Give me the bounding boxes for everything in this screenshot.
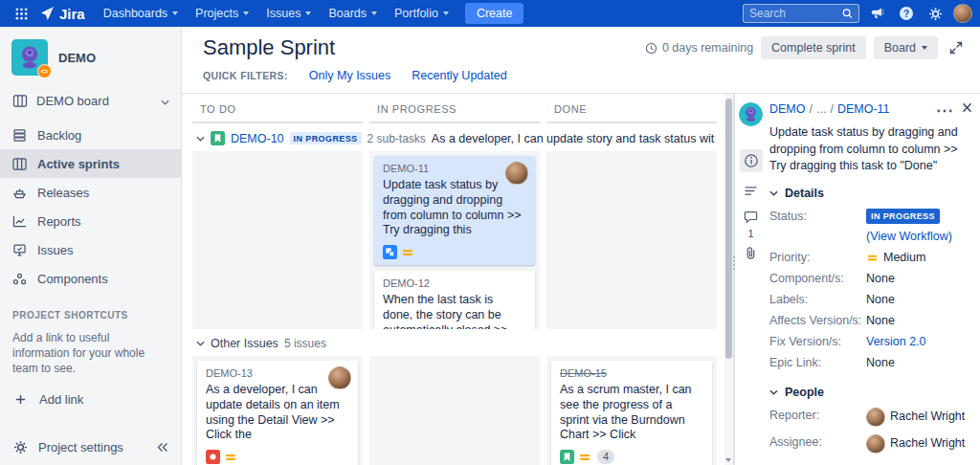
search-input[interactable]	[749, 7, 842, 20]
field-value: None	[866, 271, 895, 287]
fix-version-link[interactable]: Version 2.0	[866, 334, 926, 350]
priority-medium-icon	[401, 246, 414, 259]
assignee-avatar[interactable]	[328, 366, 351, 389]
subtask-count: 2 sub-tasks	[368, 132, 426, 145]
paperclip-icon	[744, 246, 758, 260]
card-demo-15[interactable]: DEMO-15 As a scrum master, I can see the…	[551, 361, 712, 465]
column-headers: TO DO IN PROGRESS DONE	[187, 94, 723, 123]
project-settings-link[interactable]: Project settings	[38, 440, 123, 454]
create-button[interactable]: Create	[465, 3, 524, 24]
more-actions-icon[interactable]	[937, 102, 952, 116]
nav-dashboards[interactable]: Dashboards	[95, 0, 187, 27]
breadcrumb-ellipsis[interactable]: ...	[816, 102, 826, 116]
sidebar-menu: Backlog Active sprints Releases Reports …	[0, 121, 181, 293]
close-icon[interactable]	[962, 102, 972, 116]
filter-recently-updated[interactable]: Recently Updated	[412, 69, 506, 82]
subtask-icon	[383, 245, 397, 259]
days-remaining: 0 days remaining	[645, 41, 753, 55]
project-avatar	[739, 102, 763, 126]
column-todo	[192, 151, 363, 329]
card-demo-13[interactable]: DEMO-13 As a developer, I can update det…	[197, 361, 358, 465]
comments-tab-icon[interactable]	[744, 210, 758, 224]
project-header[interactable]: <> DEMO	[0, 27, 181, 85]
scrollbar-thumb[interactable]	[725, 99, 732, 359]
jira-logo[interactable]: Jira	[35, 6, 95, 22]
chevron-down-icon	[922, 46, 927, 50]
card-demo-11[interactable]: DEMO-11 Update task status by dragging a…	[374, 156, 535, 265]
people-section: People Reporter:Rachel Wright Assignee:R…	[769, 386, 972, 454]
project-name: DEMO	[58, 51, 96, 65]
user-avatar[interactable]	[953, 4, 972, 23]
breadcrumb-separator: /	[810, 102, 813, 116]
view-workflow-link[interactable]: (View Workflow)	[866, 229, 952, 245]
assignee-name[interactable]: Rachel Wright	[890, 435, 965, 452]
collapse-sidebar-icon[interactable]	[157, 442, 168, 453]
add-link-label: Add link	[39, 392, 83, 407]
project-avatar: <>	[11, 39, 48, 76]
bug-icon	[206, 450, 220, 464]
backlog-icon	[11, 129, 28, 142]
board-menu-button[interactable]: Board	[874, 36, 938, 59]
scroll-down-arrow[interactable]	[725, 458, 731, 462]
reporter-name[interactable]: Rachel Wright	[890, 409, 965, 425]
quick-filters-label: QUICK FILTERS:	[203, 70, 288, 81]
nav-issues[interactable]: Issues	[257, 0, 320, 27]
search-icon[interactable]	[842, 8, 853, 19]
sidebar-item-issues[interactable]: Issues	[0, 235, 181, 264]
chevron-down-icon[interactable]	[196, 136, 205, 142]
card-key[interactable]: DEMO-12	[383, 277, 526, 289]
panel-resize-handle[interactable]	[733, 256, 735, 270]
column-header-in-progress: IN PROGRESS	[369, 94, 540, 123]
sidebar-item-releases[interactable]: Releases	[0, 178, 181, 207]
card-summary: Update task status by dragging and dropp…	[383, 178, 526, 238]
swimlane-demo-10[interactable]: DEMO-10 IN PROGRESS 2 sub-tasks As a dev…	[187, 123, 723, 151]
issue-key-link[interactable]: DEMO-10	[231, 132, 284, 145]
gear-icon[interactable]	[924, 7, 947, 21]
column-header-todo: TO DO	[192, 94, 363, 123]
sprint-board: TO DO IN PROGRESS DONE DEMO-10 IN PROGRE…	[182, 94, 733, 465]
complete-sprint-button[interactable]: Complete sprint	[761, 36, 866, 59]
details-section: Details Status:IN PROGRESS (View Workflo…	[769, 187, 972, 371]
people-section-header[interactable]: People	[769, 386, 972, 399]
issue-detail-panel: 1 DEMO / ... / DEMO-11	[733, 94, 980, 465]
breadcrumb-project-link[interactable]: DEMO	[769, 102, 806, 116]
attachments-tab-icon[interactable]	[744, 246, 758, 260]
fullscreen-button[interactable]	[946, 36, 967, 59]
chevron-down-icon	[769, 190, 778, 196]
jira-logo-text: Jira	[59, 6, 85, 22]
field-label: Labels:	[769, 292, 866, 308]
breadcrumb-issue-link[interactable]: DEMO-11	[837, 102, 890, 116]
chevron-down-icon	[305, 11, 311, 15]
board-selector[interactable]: DEMO board	[0, 85, 181, 117]
help-icon[interactable]: ?	[895, 7, 918, 20]
chevron-down-icon[interactable]	[196, 341, 205, 346]
sidebar-item-components[interactable]: Components	[0, 264, 181, 293]
description-tab-icon[interactable]	[744, 186, 758, 196]
column-done	[546, 151, 717, 329]
sidebar-item-active-sprints[interactable]: Active sprints	[0, 149, 181, 178]
panel-body: DEMO / ... / DEMO-11 Update task status …	[767, 94, 980, 465]
nav-projects[interactable]: Projects	[187, 0, 257, 27]
add-link-button[interactable]: Add link	[12, 392, 168, 407]
card-demo-12[interactable]: DEMO-12 When the last task is done, the …	[374, 271, 535, 329]
board-name: DEMO board	[36, 94, 109, 108]
sidebar-item-backlog[interactable]: Backlog	[0, 121, 181, 149]
avatar	[866, 408, 885, 427]
sidebar-item-reports[interactable]: Reports	[0, 207, 181, 235]
page-title: Sample Sprint	[203, 35, 335, 60]
field-label: Priority:	[769, 250, 866, 266]
sidebar-item-label: Issues	[37, 243, 74, 257]
clock-icon	[645, 42, 657, 55]
swimlane-other-issues[interactable]: Other Issues 5 issues	[187, 329, 723, 356]
announcements-icon[interactable]	[865, 7, 889, 20]
card-key[interactable]: DEMO-15	[560, 367, 703, 379]
assignee-avatar[interactable]	[505, 162, 528, 185]
app-switcher-icon[interactable]	[8, 8, 35, 20]
filter-only-my-issues[interactable]: Only My Issues	[309, 69, 390, 82]
board-scrollbar[interactable]	[724, 94, 733, 465]
nav-boards[interactable]: Boards	[320, 0, 386, 27]
nav-portfolio[interactable]: Portfolio	[386, 0, 457, 27]
chevron-down-icon	[769, 389, 778, 395]
details-tab-icon[interactable]	[740, 149, 763, 172]
details-section-header[interactable]: Details	[769, 187, 972, 200]
